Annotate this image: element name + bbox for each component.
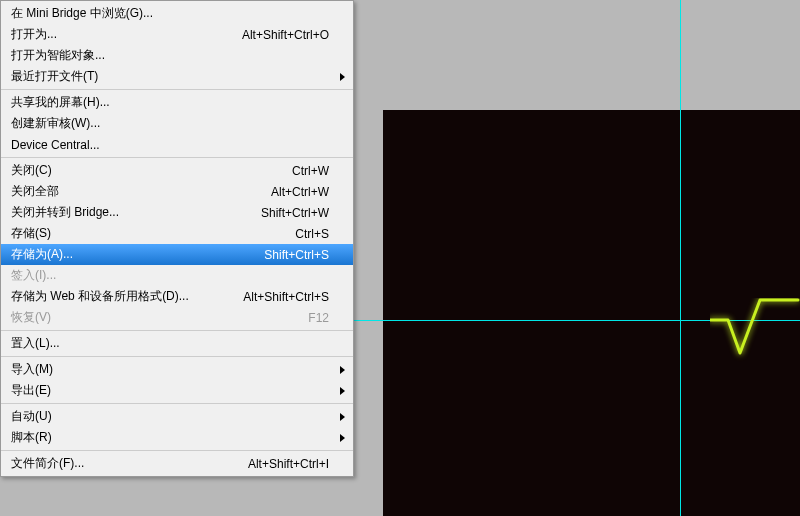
menu-item[interactable]: 打开为...Alt+Shift+Ctrl+O <box>1 24 353 45</box>
menu-group: 在 Mini Bridge 中浏览(G)...打开为...Alt+Shift+C… <box>1 1 353 90</box>
vertical-guide <box>680 0 681 516</box>
menu-item[interactable]: 脚本(R) <box>1 427 353 448</box>
menu-item[interactable]: 存储为(A)...Shift+Ctrl+S <box>1 244 353 265</box>
menu-item-shortcut: Ctrl+W <box>209 164 329 178</box>
chevron-right-icon <box>340 366 345 374</box>
menu-group: 文件简介(F)...Alt+Shift+Ctrl+I <box>1 451 353 476</box>
menu-group: 置入(L)... <box>1 331 353 357</box>
menu-item[interactable]: 置入(L)... <box>1 333 353 354</box>
menu-item-shortcut: Shift+Ctrl+W <box>209 206 329 220</box>
menu-item-shortcut: F12 <box>209 311 329 325</box>
menu-item-label: 签入(I)... <box>11 267 209 284</box>
menu-item-label: 打开为智能对象... <box>11 47 209 64</box>
chevron-right-icon <box>340 73 345 81</box>
menu-item-label: 创建新审核(W)... <box>11 115 209 132</box>
menu-item[interactable]: 关闭全部Alt+Ctrl+W <box>1 181 353 202</box>
menu-item: 签入(I)... <box>1 265 353 286</box>
menu-item[interactable]: 导出(E) <box>1 380 353 401</box>
menu-item-label: 自动(U) <box>11 408 209 425</box>
chevron-right-icon <box>340 387 345 395</box>
menu-item: 恢复(V)F12 <box>1 307 353 328</box>
chevron-right-icon <box>340 434 345 442</box>
menu-item-label: 关闭全部 <box>11 183 209 200</box>
menu-item[interactable]: 创建新审核(W)... <box>1 113 353 134</box>
menu-item-shortcut: Shift+Ctrl+S <box>209 248 329 262</box>
menu-item[interactable]: 文件简介(F)...Alt+Shift+Ctrl+I <box>1 453 353 474</box>
menu-item-label: 最近打开文件(T) <box>11 68 209 85</box>
menu-item-label: 在 Mini Bridge 中浏览(G)... <box>11 5 209 22</box>
menu-group: 关闭(C)Ctrl+W关闭全部Alt+Ctrl+W关闭并转到 Bridge...… <box>1 158 353 331</box>
chevron-right-icon <box>340 413 345 421</box>
menu-item[interactable]: 关闭(C)Ctrl+W <box>1 160 353 181</box>
menu-item-label: 关闭(C) <box>11 162 209 179</box>
menu-item-label: 关闭并转到 Bridge... <box>11 204 209 221</box>
menu-item[interactable]: 打开为智能对象... <box>1 45 353 66</box>
menu-item[interactable]: 在 Mini Bridge 中浏览(G)... <box>1 3 353 24</box>
menu-item-label: 存储为(A)... <box>11 246 209 263</box>
menu-item[interactable]: 自动(U) <box>1 406 353 427</box>
menu-item[interactable]: 最近打开文件(T) <box>1 66 353 87</box>
menu-item[interactable]: 共享我的屏幕(H)... <box>1 92 353 113</box>
menu-item-label: 打开为... <box>11 26 209 43</box>
menu-group: 导入(M)导出(E) <box>1 357 353 404</box>
menu-item[interactable]: 存储(S)Ctrl+S <box>1 223 353 244</box>
file-dropdown-menu: 在 Mini Bridge 中浏览(G)...打开为...Alt+Shift+C… <box>0 0 354 477</box>
menu-item[interactable]: 导入(M) <box>1 359 353 380</box>
menu-item-label: 存储(S) <box>11 225 209 242</box>
menu-group: 自动(U)脚本(R) <box>1 404 353 451</box>
menu-item-shortcut: Ctrl+S <box>209 227 329 241</box>
menu-item-label: 文件简介(F)... <box>11 455 209 472</box>
menu-item-label: Device Central... <box>11 138 209 152</box>
menu-group: 共享我的屏幕(H)...创建新审核(W)...Device Central... <box>1 90 353 158</box>
menu-item-shortcut: Alt+Ctrl+W <box>209 185 329 199</box>
menu-item-shortcut: Alt+Shift+Ctrl+S <box>209 290 329 304</box>
menu-item-label: 脚本(R) <box>11 429 209 446</box>
menu-item[interactable]: Device Central... <box>1 134 353 155</box>
menu-item-label: 导出(E) <box>11 382 209 399</box>
menu-item-label: 导入(M) <box>11 361 209 378</box>
menu-item-label: 共享我的屏幕(H)... <box>11 94 209 111</box>
waveform-path <box>710 298 800 368</box>
menu-item-shortcut: Alt+Shift+Ctrl+O <box>209 28 329 42</box>
menu-item[interactable]: 存储为 Web 和设备所用格式(D)...Alt+Shift+Ctrl+S <box>1 286 353 307</box>
menu-item-shortcut: Alt+Shift+Ctrl+I <box>209 457 329 471</box>
menu-item[interactable]: 关闭并转到 Bridge...Shift+Ctrl+W <box>1 202 353 223</box>
menu-item-label: 存储为 Web 和设备所用格式(D)... <box>11 288 209 305</box>
menu-item-label: 置入(L)... <box>11 335 209 352</box>
menu-item-label: 恢复(V) <box>11 309 209 326</box>
